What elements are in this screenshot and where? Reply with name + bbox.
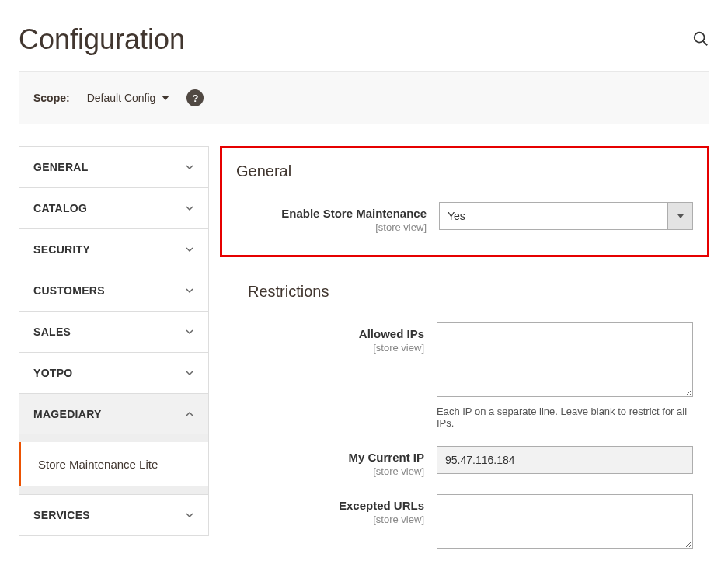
select-handle bbox=[667, 203, 692, 229]
general-section-highlight: General Enable Store Maintenance [store … bbox=[220, 146, 709, 257]
page-title: Configuration bbox=[19, 23, 185, 56]
dropdown-triangle-icon bbox=[677, 214, 684, 218]
field-label: Excepted URLs bbox=[234, 499, 424, 512]
sidebar-item-yotpo[interactable]: YOTPO bbox=[19, 352, 209, 393]
section-heading-restrictions: Restrictions bbox=[234, 267, 695, 322]
section-heading-general: General bbox=[236, 162, 693, 180]
chevron-down-icon bbox=[185, 162, 194, 172]
sidebar-item-general[interactable]: GENERAL bbox=[19, 146, 209, 187]
sidebar-item-catalog[interactable]: CATALOG bbox=[19, 187, 209, 228]
sidebar: GENERAL CATALOG SECURITY CUSTOMERS SALES… bbox=[19, 146, 209, 561]
chevron-down-icon bbox=[185, 327, 194, 336]
scope-bar: Scope: Default Config ? bbox=[19, 71, 709, 124]
field-scope: [store view] bbox=[234, 514, 424, 525]
sidebar-spacer bbox=[19, 434, 209, 442]
field-row-enable-maintenance: Enable Store Maintenance [store view] Ye… bbox=[236, 202, 693, 233]
field-scope: [store view] bbox=[234, 465, 424, 477]
sidebar-item-label: SERVICES bbox=[33, 509, 90, 521]
field-label: My Current IP bbox=[234, 451, 424, 464]
field-label: Enable Store Maintenance bbox=[236, 207, 427, 220]
sidebar-item-label: YOTPO bbox=[33, 367, 73, 379]
field-scope: [store view] bbox=[236, 221, 427, 233]
scope-label: Scope: bbox=[33, 92, 70, 104]
scope-dropdown[interactable]: Default Config bbox=[87, 92, 170, 104]
field-label: Allowed IPs bbox=[234, 327, 424, 340]
field-row-excepted-urls: Excepted URLs [store view] bbox=[220, 494, 709, 561]
dropdown-triangle-icon bbox=[162, 96, 169, 100]
search-icon bbox=[692, 30, 709, 47]
field-row-allowed-ips: Allowed IPs [store view] Each IP on a se… bbox=[220, 322, 709, 446]
field-help: Each IP on a separate line. Leave blank … bbox=[437, 406, 693, 429]
excepted-urls-textarea[interactable] bbox=[437, 494, 693, 549]
sidebar-subitem-label: Store Maintenance Lite bbox=[38, 458, 158, 471]
sidebar-item-security[interactable]: SECURITY bbox=[19, 228, 209, 270]
current-ip-input[interactable] bbox=[437, 446, 693, 474]
scope-value: Default Config bbox=[87, 92, 156, 104]
sidebar-item-label: GENERAL bbox=[33, 161, 89, 173]
chevron-up-icon bbox=[185, 409, 194, 419]
chevron-down-icon bbox=[185, 286, 194, 295]
sidebar-spacer bbox=[19, 486, 209, 494]
sidebar-item-label: CATALOG bbox=[33, 202, 87, 214]
sidebar-subitem-store-maintenance[interactable]: Store Maintenance Lite bbox=[19, 442, 209, 486]
allowed-ips-textarea[interactable] bbox=[437, 322, 693, 397]
sidebar-item-label: CUSTOMERS bbox=[33, 284, 105, 297]
sidebar-item-magediary[interactable]: MAGEDIARY bbox=[19, 393, 209, 434]
chevron-down-icon bbox=[185, 204, 194, 213]
chevron-down-icon bbox=[185, 368, 194, 378]
field-row-current-ip: My Current IP [store view] bbox=[220, 446, 709, 494]
help-icon[interactable]: ? bbox=[186, 89, 204, 106]
sidebar-item-sales[interactable]: SALES bbox=[19, 311, 209, 352]
search-button[interactable] bbox=[692, 30, 709, 50]
sidebar-item-label: SALES bbox=[33, 326, 71, 338]
field-scope: [store view] bbox=[234, 342, 424, 354]
svg-line-1 bbox=[703, 40, 708, 45]
enable-maintenance-select[interactable]: Yes bbox=[439, 202, 693, 230]
chevron-down-icon bbox=[185, 510, 194, 520]
sidebar-item-label: MAGEDIARY bbox=[33, 408, 102, 420]
content-area: General Enable Store Maintenance [store … bbox=[220, 146, 709, 561]
sidebar-item-customers[interactable]: CUSTOMERS bbox=[19, 270, 209, 311]
svg-point-0 bbox=[695, 32, 705, 42]
select-value: Yes bbox=[440, 203, 667, 229]
sidebar-item-services[interactable]: SERVICES bbox=[19, 494, 209, 536]
chevron-down-icon bbox=[185, 245, 194, 254]
sidebar-item-label: SECURITY bbox=[33, 243, 90, 256]
